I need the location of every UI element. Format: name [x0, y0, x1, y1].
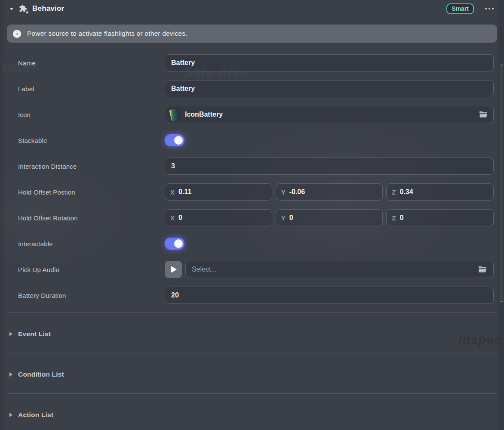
interaction-distance-input[interactable] [171, 162, 487, 170]
chevron-right-icon [9, 332, 12, 336]
position-z-box: Z [386, 183, 494, 201]
position-x-box: X [165, 183, 272, 201]
interaction-distance-label: Interaction Distance [18, 163, 165, 170]
name-input[interactable] [171, 59, 487, 67]
toggle-knob [174, 239, 183, 248]
star-icon: ★ [25, 10, 29, 15]
battery-duration-label: Battery Duration [18, 292, 165, 299]
folder-open-icon[interactable] [479, 111, 488, 118]
axis-x-label: X [170, 189, 175, 196]
interactable-label: Interactable [18, 240, 165, 247]
rotation-x-input[interactable] [178, 214, 267, 222]
chevron-right-icon [9, 372, 12, 377]
position-y-input[interactable] [289, 188, 378, 196]
section-event-list[interactable]: Event List [0, 313, 504, 353]
label-label: Label [18, 85, 165, 93]
position-y-box: Y [276, 183, 383, 201]
section-title: Event List [18, 330, 51, 338]
behavior-form: Name Label Icon IconBattery Stackable In… [0, 54, 504, 304]
section-title: Condition List [18, 371, 64, 378]
rotation-y-input[interactable] [289, 214, 378, 222]
info-banner: i Power source to activate flashlights o… [7, 25, 497, 43]
icon-asset-picker[interactable]: IconBattery [165, 106, 494, 123]
play-icon [171, 266, 177, 273]
section-condition-list[interactable]: Condition List [0, 353, 504, 393]
axis-z-label: Z [392, 189, 396, 196]
info-icon: i [13, 30, 21, 38]
battery-duration-input-box [165, 287, 494, 304]
pick-up-audio-input[interactable] [192, 266, 478, 273]
info-banner-text: Power source to activate flashlights or … [27, 30, 187, 37]
interaction-distance-input-box [165, 158, 494, 175]
collapse-chevron-icon[interactable] [9, 8, 14, 10]
smart-badge[interactable]: Smart [446, 3, 474, 14]
interactable-toggle[interactable] [165, 238, 184, 250]
pick-up-audio-row: Pick Up Audio [0, 261, 504, 278]
battery-thumbnail [169, 108, 181, 121]
rotation-z-input[interactable] [400, 214, 489, 222]
icon-asset-name: IconBattery [185, 111, 479, 118]
chevron-right-icon [9, 413, 12, 417]
name-label: Name [18, 59, 165, 67]
battery-duration-row: Battery Duration [0, 287, 504, 304]
name-input-box [165, 54, 494, 71]
more-options-icon[interactable] [485, 8, 494, 9]
collapsed-sections: Event List Condition List Action List [0, 312, 504, 430]
label-input[interactable] [171, 85, 487, 93]
toggle-knob [174, 136, 183, 145]
interaction-distance-row: Interaction Distance [0, 158, 504, 175]
rotation-z-box: Z [386, 209, 494, 226]
hold-offset-rotation-row: Hold Offset Rotation X Y Z [0, 209, 504, 226]
name-row: Name [0, 54, 504, 71]
pick-up-audio-select-box[interactable] [185, 261, 494, 278]
axis-y-label: Y [281, 189, 286, 196]
stackable-toggle[interactable] [165, 134, 184, 146]
icon-row: Icon IconBattery [0, 106, 504, 123]
scrollbar-thumb[interactable] [500, 65, 503, 302]
page-title: Behavior [32, 4, 64, 13]
folder-open-icon[interactable] [478, 266, 487, 273]
battery-duration-input[interactable] [171, 291, 487, 299]
hold-offset-position-row: Hold Offset Postion X Y Z [0, 183, 504, 201]
position-x-input[interactable] [178, 188, 267, 196]
axis-y-label: Y [281, 214, 286, 222]
position-z-input[interactable] [400, 188, 489, 196]
hold-offset-position-label: Hold Offset Postion [18, 189, 165, 196]
section-action-list[interactable]: Action List [0, 394, 504, 430]
pick-up-audio-label: Pick Up Audio [18, 266, 165, 273]
axis-z-label: Z [392, 214, 396, 222]
hold-offset-rotation-label: Hold Offset Rotation [18, 214, 165, 222]
axis-x-label: X [170, 214, 175, 222]
section-title: Action List [18, 411, 53, 419]
interactable-row: Interactable [0, 235, 504, 252]
behavior-header: ★ Behavior Smart [0, 0, 504, 17]
icon-label: Icon [18, 111, 165, 118]
stackable-label: Stackable [18, 137, 165, 144]
rotation-y-box: Y [276, 209, 383, 226]
behavior-puzzle-icon: ★ [19, 4, 28, 13]
label-input-box [165, 80, 494, 97]
label-row: Label [0, 80, 504, 97]
rotation-x-box: X [165, 209, 272, 226]
play-audio-button[interactable] [165, 261, 182, 278]
stackable-row: Stackable [0, 132, 504, 149]
